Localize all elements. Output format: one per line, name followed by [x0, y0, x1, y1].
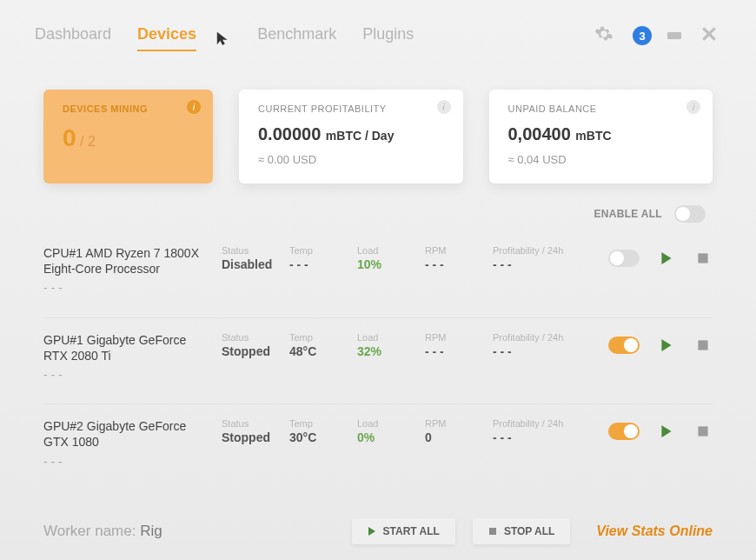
mining-sep: / [76, 134, 88, 149]
col-profit-label: Profitability / 24h [493, 332, 597, 343]
device-rpm: 0 [425, 430, 493, 444]
device-profit: - - - [493, 344, 597, 358]
device-name-text: GPU#2 Gigabyte GeForce GTX 1080 [43, 418, 206, 450]
device-name: GPU#1 Gigabyte GeForce RTX 2080 Ti - - - [43, 332, 222, 383]
device-load: 32% [357, 344, 425, 358]
play-icon [368, 527, 376, 536]
play-icon[interactable] [657, 336, 676, 355]
nav-tabs: Dashboard Devices Benchmark Plugins [35, 25, 414, 46]
card-title: CURRENT PROFITABILITY [258, 103, 444, 114]
col-status-label: Status [222, 245, 289, 256]
ellipsis: - - - [43, 454, 206, 470]
minimize-button[interactable] [667, 32, 681, 39]
col-load-label: Load [357, 245, 425, 256]
device-status: Stopped [222, 430, 289, 444]
device-profit: - - - [493, 430, 597, 444]
nav-devices[interactable]: Devices [137, 25, 196, 46]
info-icon[interactable]: i [437, 100, 451, 114]
device-profit: - - - [493, 257, 597, 271]
col-rpm-label: RPM [425, 418, 493, 429]
profit-value: 0.00000 mBTC / Day [258, 124, 444, 144]
view-stats-link[interactable]: View Stats Online [596, 523, 713, 539]
device-row: GPU#1 Gigabyte GeForce RTX 2080 Ti - - -… [43, 317, 713, 404]
device-row: CPU#1 AMD Ryzen 7 1800X Eight-Core Proce… [43, 231, 713, 317]
svg-rect-2 [698, 253, 707, 263]
enable-all-toggle[interactable] [674, 205, 706, 223]
enable-all-label: ENABLE ALL [594, 208, 662, 220]
device-temp: 30°C [289, 430, 357, 444]
worker-name: Rig [140, 523, 162, 539]
col-rpm-label: RPM [425, 332, 493, 343]
cursor-icon [216, 30, 231, 46]
device-temp: - - - [289, 257, 357, 271]
profit-unit: mBTC / Day [326, 129, 395, 143]
col-profit-label: Profitability / 24h [493, 245, 597, 256]
start-all-button[interactable]: START ALL [352, 518, 455, 544]
device-rpm: - - - [425, 344, 493, 358]
col-load-label: Load [357, 332, 425, 343]
device-table: CPU#1 AMD Ryzen 7 1800X Eight-Core Proce… [0, 231, 756, 490]
svg-rect-5 [489, 528, 496, 535]
card-devices-mining: i DEVICES MINING 0 / 2 [43, 90, 213, 183]
gear-icon[interactable] [591, 21, 617, 50]
mining-count-row: 0 / 2 [63, 124, 194, 152]
col-status-label: Status [222, 418, 289, 429]
worker-label: Worker name: [43, 523, 140, 539]
col-temp-label: Temp [289, 245, 357, 256]
summary-cards: i DEVICES MINING 0 / 2 i CURRENT PROFITA… [0, 59, 756, 205]
col-profit-label: Profitability / 24h [493, 418, 597, 429]
nav-plugins[interactable]: Plugins [362, 25, 414, 46]
col-load-label: Load [357, 418, 425, 429]
card-unpaid-balance: i UNPAID BALANCE 0,00400 mBTC ≈ 0,04 USD [489, 90, 713, 183]
mining-total-count: 2 [88, 134, 96, 149]
play-icon[interactable] [657, 422, 676, 441]
col-temp-label: Temp [289, 418, 357, 429]
col-rpm-label: RPM [425, 245, 493, 256]
card-title: UNPAID BALANCE [508, 103, 694, 114]
mining-active-count: 0 [63, 124, 76, 151]
card-title: DEVICES MINING [63, 103, 194, 114]
info-icon[interactable]: i [187, 100, 201, 114]
worker-name-display: Worker name: Rig [43, 523, 162, 540]
col-status-label: Status [222, 332, 289, 343]
balance-value: 0,00400 mBTC [508, 124, 694, 144]
stop-icon [488, 527, 497, 536]
device-name-text: CPU#1 AMD Ryzen 7 1800X Eight-Core Proce… [43, 245, 206, 277]
nav-benchmark[interactable]: Benchmark [257, 25, 336, 46]
device-load: 10% [357, 257, 425, 271]
profit-number: 0.00000 [258, 124, 321, 143]
enable-all-row: ENABLE ALL [0, 205, 756, 231]
info-icon[interactable]: i [686, 100, 700, 114]
device-row: GPU#2 Gigabyte GeForce GTX 1080 - - - St… [43, 403, 713, 490]
stop-icon[interactable] [693, 336, 713, 355]
device-name: CPU#1 AMD Ryzen 7 1800X Eight-Core Proce… [43, 245, 222, 297]
stop-icon[interactable] [693, 422, 713, 441]
balance-unit: mBTC [575, 129, 611, 143]
nav-dashboard[interactable]: Dashboard [35, 25, 111, 46]
ellipsis: - - - [43, 367, 206, 383]
balance-number: 0,00400 [508, 124, 571, 143]
svg-rect-3 [698, 340, 707, 350]
device-rpm: - - - [425, 257, 493, 271]
device-name-text: GPU#1 Gigabyte GeForce RTX 2080 Ti [43, 332, 206, 363]
device-enable-toggle[interactable] [608, 337, 640, 354]
device-name: GPU#2 Gigabyte GeForce GTX 1080 - - - [43, 418, 222, 470]
device-enable-toggle[interactable] [608, 250, 640, 267]
device-load: 0% [357, 430, 425, 444]
notifications-badge[interactable]: 3 [633, 26, 652, 45]
close-button[interactable] [697, 22, 721, 50]
svg-rect-4 [698, 427, 707, 437]
start-all-label: START ALL [383, 525, 440, 537]
stop-icon[interactable] [693, 249, 713, 268]
ellipsis: - - - [43, 280, 206, 296]
col-temp-label: Temp [289, 332, 357, 343]
device-status: Stopped [222, 344, 289, 358]
profit-usd: ≈ 0.00 USD [258, 153, 444, 166]
device-enable-toggle[interactable] [608, 423, 640, 440]
app-header: Dashboard Devices Benchmark Plugins 3 [0, 0, 756, 59]
play-icon[interactable] [657, 249, 676, 268]
stop-all-label: STOP ALL [504, 525, 554, 537]
card-current-profitability: i CURRENT PROFITABILITY 0.00000 mBTC / D… [239, 90, 463, 183]
stop-all-button[interactable]: STOP ALL [473, 518, 570, 544]
device-status: Disabled [222, 257, 289, 271]
